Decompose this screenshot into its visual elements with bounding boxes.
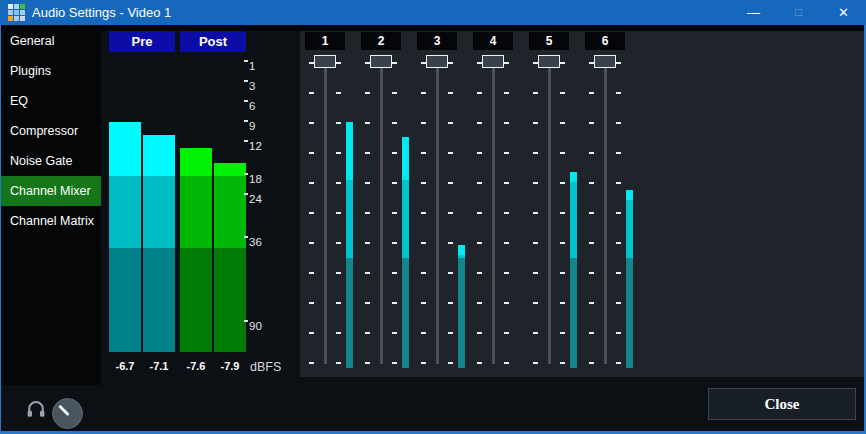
slider-tick — [589, 302, 594, 304]
meter-bar-segment — [109, 122, 141, 176]
channel-slider-track[interactable] — [604, 62, 607, 364]
channel-panel: 123456 — [300, 31, 864, 377]
maximize-button: □ — [776, 0, 821, 25]
slider-tick — [589, 212, 594, 214]
scale-tick-1: 1 — [244, 60, 255, 74]
meter-value: -7.1 — [143, 355, 175, 378]
sidebar-item-noise-gate[interactable]: Noise Gate — [0, 146, 101, 176]
headphones-icon — [26, 399, 46, 419]
sidebar: GeneralPluginsEQCompressorNoise GateChan… — [0, 25, 101, 385]
meter-bar-segment — [143, 135, 175, 176]
meter-value: -7.9 — [214, 355, 246, 378]
tick-mark — [244, 80, 248, 82]
meter-bar-segment — [109, 248, 141, 352]
close-button[interactable]: Close — [708, 388, 856, 420]
scale-tick-90: 90 — [244, 320, 262, 334]
slider-tick — [616, 122, 621, 124]
channel-header-6: 6 — [585, 32, 625, 50]
slider-tick — [616, 272, 621, 274]
titlebar: Audio Settings - Video 1 — □ ✕ — [0, 0, 866, 25]
meter-bar-segment — [626, 200, 633, 258]
scale-label: 1 — [249, 60, 255, 72]
sidebar-item-compressor[interactable]: Compressor — [0, 116, 101, 146]
window-border — [0, 25, 1, 434]
slider-tick — [616, 242, 621, 244]
sidebar-item-channel-matrix[interactable]: Channel Matrix — [0, 206, 101, 236]
meter-bar-segment — [180, 248, 212, 352]
tick-mark — [244, 100, 248, 102]
scale-label: 18 — [249, 173, 262, 185]
tick-mark — [244, 60, 248, 62]
app-icon — [8, 4, 25, 21]
tick-mark — [244, 320, 248, 322]
scale-label: 9 — [249, 120, 255, 132]
window-title: Audio Settings - Video 1 — [32, 0, 171, 25]
scale-label: 3 — [249, 80, 255, 92]
meter-bar-segment — [214, 176, 246, 248]
meter-bar-segment — [109, 176, 141, 248]
dbfs-label: dBFS — [250, 356, 281, 378]
meter-bar-segment — [626, 258, 633, 368]
scale-label: 90 — [249, 320, 262, 332]
meter-bar-segment — [143, 176, 175, 248]
slider-tick — [589, 92, 594, 94]
meter-group-post-header: Post — [180, 31, 246, 52]
slider-tick — [616, 182, 621, 184]
audio-settings-window: Audio Settings - Video 1 — □ ✕ GeneralPl… — [0, 0, 866, 434]
slider-tick — [616, 332, 621, 334]
meter-bar-segment — [143, 248, 175, 352]
meter-bar-segment — [180, 176, 212, 248]
meter-bar-segment — [180, 148, 212, 176]
slider-tick — [589, 272, 594, 274]
sidebar-item-eq[interactable]: EQ — [0, 86, 101, 116]
channel-slider-handle[interactable] — [594, 55, 616, 68]
slider-tick — [589, 362, 594, 364]
meter-value: -6.7 — [109, 355, 141, 378]
meter-group-pre-header: Pre — [109, 31, 175, 52]
slider-tick — [616, 152, 621, 154]
meter-bar-segment — [214, 248, 246, 352]
meter-column-post-0 — [180, 57, 212, 352]
slider-tick — [616, 212, 621, 214]
tick-mark — [244, 140, 248, 142]
channel-level-meter — [626, 190, 633, 368]
minimize-button[interactable]: — — [731, 0, 776, 25]
slider-tick — [589, 152, 594, 154]
meter-column-post-1 — [214, 57, 246, 352]
scale-label: 12 — [249, 140, 262, 152]
scale-label: 24 — [249, 193, 262, 205]
tick-mark — [244, 173, 248, 175]
slider-tick — [616, 302, 621, 304]
slider-tick — [589, 242, 594, 244]
tick-mark — [244, 236, 248, 238]
slider-tick — [589, 182, 594, 184]
scale-tick-36: 36 — [244, 236, 262, 250]
slider-tick — [589, 122, 594, 124]
scale-label: 36 — [249, 236, 262, 248]
meter-column-pre-1 — [143, 57, 175, 352]
sidebar-item-plugins[interactable]: Plugins — [0, 56, 101, 86]
slider-tick — [616, 92, 621, 94]
meter-bar-segment — [626, 190, 633, 200]
meter-value: -7.6 — [180, 355, 212, 378]
scale-tick-12: 12 — [244, 140, 262, 154]
scale-tick-3: 3 — [244, 80, 255, 94]
scale-tick-9: 9 — [244, 120, 255, 134]
monitor-volume-knob[interactable] — [52, 398, 83, 429]
scale-label: 6 — [249, 100, 255, 112]
slider-tick — [616, 62, 621, 64]
sidebar-item-general[interactable]: General — [0, 26, 101, 56]
meter-bar-segment — [214, 163, 246, 176]
slider-tick — [589, 332, 594, 334]
close-window-button[interactable]: ✕ — [821, 0, 866, 25]
meter-column-pre-0 — [109, 57, 141, 352]
scale-tick-24: 24 — [244, 193, 262, 207]
sidebar-item-channel-mixer[interactable]: Channel Mixer — [0, 176, 101, 206]
channel-strip-6: 6 — [300, 31, 864, 377]
slider-tick — [616, 362, 621, 364]
scale-tick-6: 6 — [244, 100, 255, 114]
scale-tick-18: 18 — [244, 173, 262, 187]
tick-mark — [244, 193, 248, 195]
tick-mark — [244, 120, 248, 122]
knob-pointer — [58, 404, 69, 415]
